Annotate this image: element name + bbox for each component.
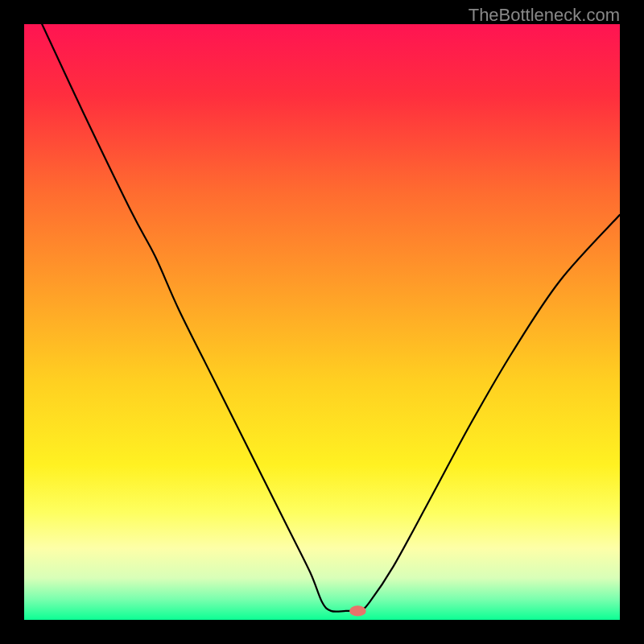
bottleneck-chart (24, 24, 620, 620)
optimal-marker (349, 605, 366, 616)
watermark-label: TheBottleneck.com (469, 5, 620, 26)
chart-container: TheBottleneck.com (0, 0, 644, 644)
